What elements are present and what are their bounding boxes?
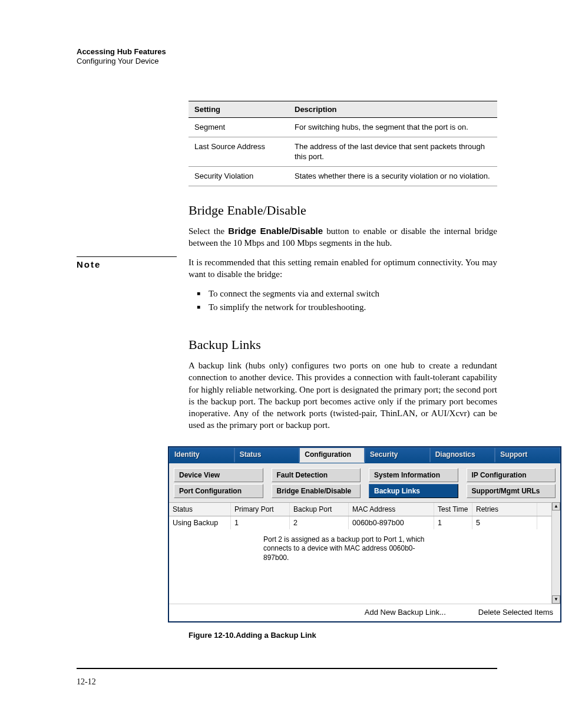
tab-identity[interactable]: Identity — [169, 447, 234, 463]
bottom-button-bar: Add New Backup Link... Delete Selected I… — [169, 604, 560, 621]
table-row: Security Violation States whether there … — [189, 166, 497, 186]
add-new-backup-link-button[interactable]: Add New Backup Link... — [365, 608, 446, 617]
col-mac-address[interactable]: MAC Address — [349, 503, 434, 516]
th-description: Description — [289, 101, 497, 118]
tab-support[interactable]: Support — [495, 447, 560, 463]
cell-description: States whether there is a security viola… — [289, 166, 497, 186]
col-backup-port[interactable]: Backup Port — [290, 503, 349, 516]
subtab-system-information[interactable]: System Information — [369, 468, 458, 482]
section-title: Configuring Your Device — [77, 57, 497, 66]
footer-rule — [77, 668, 497, 669]
note-paragraph: It is recommended that this setting rema… — [189, 256, 497, 281]
cell-primary: 1 — [231, 516, 290, 529]
column-headers: Status Primary Port Backup Port MAC Addr… — [169, 502, 560, 516]
scrollbar[interactable]: ▲ ▼ — [551, 502, 560, 604]
col-retries[interactable]: Retries — [472, 503, 537, 516]
bridge-paragraph: Select the Bridge Enable/Disable button … — [189, 225, 497, 249]
col-primary-port[interactable]: Primary Port — [231, 503, 290, 516]
settings-table: Setting Description Segment For switchin… — [189, 101, 497, 186]
subtab-ip-configuration[interactable]: IP Configuration — [467, 468, 556, 482]
cell-setting: Segment — [189, 118, 289, 137]
tab-diagnostics[interactable]: Diagnostics — [430, 447, 495, 463]
th-setting: Setting — [189, 101, 289, 118]
note-label: Note — [77, 256, 177, 269]
cell-setting: Security Violation — [189, 166, 289, 186]
callout-annotation: Port 2 is assigned as a backup port to P… — [263, 534, 440, 564]
text-bold: Bridge Enable/Disable — [228, 226, 323, 236]
table-row: Last Source Address The address of the l… — [189, 137, 497, 167]
col-test-time[interactable]: Test Time — [434, 503, 472, 516]
backup-heading: Backup Links — [189, 337, 497, 353]
tab-status[interactable]: Status — [234, 447, 300, 463]
table-row: Segment For switching hubs, the segment … — [189, 118, 497, 137]
callout-text: Port 2 is assigned as a backup port to P… — [263, 535, 424, 562]
subtab-fault-detection[interactable]: Fault Detection — [272, 468, 361, 482]
sub-tab-area: Device View Fault Detection System Infor… — [169, 463, 560, 502]
backup-links-screenshot: Identity Status Configuration Security D… — [168, 446, 561, 623]
subtab-backup-links[interactable]: Backup Links — [369, 484, 458, 498]
cell-description: For switching hubs, the segment that the… — [289, 118, 497, 137]
text: Select the — [189, 226, 228, 236]
bridge-heading: Bridge Enable/Disable — [189, 203, 497, 218]
main-tab-bar: Identity Status Configuration Security D… — [169, 447, 560, 463]
page-number: 12-12 — [77, 677, 96, 687]
subtab-port-configuration[interactable]: Port Configuration — [174, 484, 263, 498]
tab-configuration[interactable]: Configuration — [299, 447, 365, 463]
subtab-bridge-enable-disable[interactable]: Bridge Enable/Disable — [272, 484, 361, 498]
cell-backup: 2 — [290, 516, 349, 529]
list-item: To connect the segments via and external… — [200, 287, 497, 301]
cell-retries: 5 — [472, 516, 537, 529]
col-status[interactable]: Status — [169, 503, 231, 516]
backup-links-data-area: Status Primary Port Backup Port MAC Addr… — [169, 502, 560, 604]
cell-mac: 0060b0-897b00 — [349, 516, 434, 529]
scroll-down-icon[interactable]: ▼ — [552, 595, 560, 604]
cell-test: 1 — [434, 516, 472, 529]
backup-paragraph: A backup link (hubs only) configures two… — [189, 360, 497, 431]
scroll-up-icon[interactable]: ▲ — [552, 502, 560, 510]
subtab-device-view[interactable]: Device View — [174, 468, 263, 482]
cell-setting: Last Source Address — [189, 137, 289, 167]
delete-selected-items-button[interactable]: Delete Selected Items — [478, 608, 553, 617]
cell-description: The address of the last device that sent… — [289, 137, 497, 167]
note-bullet-list: To connect the segments via and external… — [189, 287, 497, 314]
table-row[interactable]: Using Backup 1 2 0060b0-897b00 1 5 — [169, 516, 560, 529]
tab-security[interactable]: Security — [365, 447, 430, 463]
cell-status: Using Backup — [169, 516, 231, 529]
list-item: To simplify the network for troubleshoot… — [200, 301, 497, 314]
subtab-support-mgmt-urls[interactable]: Support/Mgmt URLs — [467, 484, 556, 498]
figure-caption: Figure 12-10.Adding a Backup Link — [189, 631, 497, 640]
running-header: Accessing Hub Features Configuring Your … — [77, 47, 497, 65]
chapter-title: Accessing Hub Features — [77, 47, 497, 57]
